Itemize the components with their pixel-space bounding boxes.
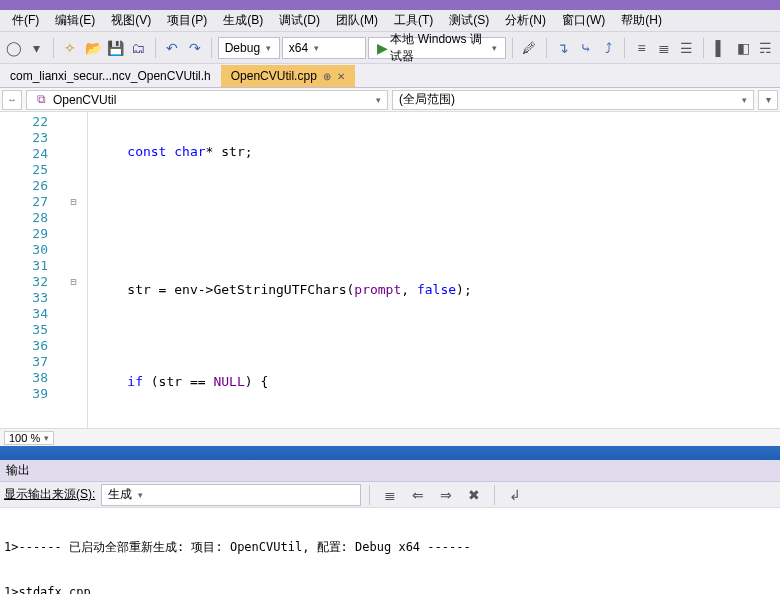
code-area[interactable]: const char* str; str = env->GetStringUTF…	[88, 112, 780, 428]
output-toolbar: 显示输出来源(S): 生成▾ ≣ ⇐ ⇒ ✖ ↲	[0, 482, 780, 508]
separator	[53, 38, 54, 58]
separator	[546, 38, 547, 58]
play-icon: ▶	[377, 40, 388, 56]
solution-config-combo[interactable]: Debug▾	[218, 37, 280, 59]
line-number: 23	[0, 130, 60, 146]
tab-label: com_lianxi_secur...ncv_OpenCVUtil.h	[10, 69, 211, 83]
menu-view[interactable]: 视图(V)	[103, 10, 159, 31]
output-line: 1>stdafx.cpp	[4, 585, 776, 594]
output-title: 输出	[6, 462, 30, 479]
separator	[155, 38, 156, 58]
document-tabs: com_lianxi_secur...ncv_OpenCVUtil.h Open…	[0, 64, 780, 88]
collapse-icon[interactable]: ⊟	[60, 194, 87, 210]
menu-tools[interactable]: 工具(T)	[386, 10, 441, 31]
output-next-button[interactable]: ⇒	[434, 483, 458, 507]
save-all-button[interactable]: 🗂	[128, 36, 149, 60]
nav-back-button[interactable]: ◯	[4, 36, 25, 60]
output-goto-button[interactable]: ≣	[378, 483, 402, 507]
start-debug-button[interactable]: ▶本地 Windows 调试器▾	[368, 37, 506, 59]
line-number: 25	[0, 162, 60, 178]
output-text[interactable]: 1>------ 已启动全部重新生成: 项目: OpenCVUtil, 配置: …	[0, 508, 780, 594]
undo-button[interactable]: ↶	[162, 36, 183, 60]
tool-icon[interactable]: ☰	[677, 36, 698, 60]
redo-button[interactable]: ↷	[184, 36, 205, 60]
code-editor[interactable]: 22 23 24 25 26 27 28 29 30 31 32 33 34 3…	[0, 112, 780, 428]
chevron-down-icon: ▾	[314, 43, 319, 53]
line-number: 31	[0, 258, 60, 274]
config-value: Debug	[225, 41, 260, 55]
separator	[211, 38, 212, 58]
line-number: 30	[0, 242, 60, 258]
tab-header-file[interactable]: com_lianxi_secur...ncv_OpenCVUtil.h	[0, 65, 221, 87]
chevron-down-icon: ▾	[266, 43, 271, 53]
separator	[494, 485, 495, 505]
menu-build[interactable]: 生成(B)	[215, 10, 271, 31]
chevron-down-icon: ▾	[138, 490, 143, 500]
tab-label: OpenCVUtil.cpp	[231, 69, 317, 83]
line-number: 28	[0, 210, 60, 226]
output-wrap-button[interactable]: ↲	[503, 483, 527, 507]
step-over-button[interactable]: ⤷	[575, 36, 596, 60]
zoom-combo[interactable]: 100 %▾	[4, 431, 54, 445]
debugger-label: 本地 Windows 调试器	[390, 31, 486, 65]
line-number: 26	[0, 178, 60, 194]
close-icon[interactable]: ✕	[337, 71, 345, 82]
output-prev-button[interactable]: ⇐	[406, 483, 430, 507]
open-file-button[interactable]: 📂	[83, 36, 104, 60]
collapse-icon[interactable]: ⊟	[60, 274, 87, 290]
separator	[512, 38, 513, 58]
line-number: 24	[0, 146, 60, 162]
tool-icon[interactable]: ▌	[710, 36, 731, 60]
line-number: 27	[0, 194, 60, 210]
menu-bar: 件(F) 编辑(E) 视图(V) 项目(P) 生成(B) 调试(D) 团队(M)…	[0, 10, 780, 32]
output-source-combo[interactable]: 生成▾	[101, 484, 361, 506]
splitter-bar[interactable]	[0, 446, 780, 460]
nav-fwd-button[interactable]: ▾	[27, 36, 48, 60]
tool-icon[interactable]: ≡	[631, 36, 652, 60]
tool-icon[interactable]: ☴	[755, 36, 776, 60]
line-number: 33	[0, 290, 60, 306]
menu-edit[interactable]: 编辑(E)	[47, 10, 103, 31]
line-number: 34	[0, 306, 60, 322]
chevron-down-icon: ▾	[376, 95, 381, 105]
output-line: 1>------ 已启动全部重新生成: 项目: OpenCVUtil, 配置: …	[4, 540, 776, 555]
member-combo[interactable]: (全局范围)▾	[392, 90, 754, 110]
line-number: 37	[0, 354, 60, 370]
output-clear-button[interactable]: ✖	[462, 483, 486, 507]
pin-icon[interactable]: ⊕	[323, 71, 331, 82]
menu-window[interactable]: 窗口(W)	[554, 10, 613, 31]
line-number: 35	[0, 322, 60, 338]
separator	[703, 38, 704, 58]
save-button[interactable]: 💾	[105, 36, 126, 60]
outline-margin: ⊟ ⊟	[60, 112, 88, 428]
zoom-value: 100 %	[9, 432, 40, 444]
class-icon: ⧉	[33, 92, 49, 108]
menu-debug[interactable]: 调试(D)	[271, 10, 328, 31]
output-source-label: 显示输出来源(S):	[4, 486, 95, 503]
solution-platform-combo[interactable]: x64▾	[282, 37, 367, 59]
step-into-button[interactable]: ↴	[553, 36, 574, 60]
menu-help[interactable]: 帮助(H)	[613, 10, 670, 31]
new-project-button[interactable]: ✧	[60, 36, 81, 60]
platform-value: x64	[289, 41, 308, 55]
output-source-value: 生成	[108, 486, 132, 503]
main-toolbar: ◯ ▾ ✧ 📂 💾 🗂 ↶ ↷ Debug▾ x64▾ ▶本地 Windows …	[0, 32, 780, 64]
line-number: 36	[0, 338, 60, 354]
step-out-button[interactable]: ⤴	[598, 36, 619, 60]
line-number: 22	[0, 114, 60, 130]
tab-cpp-file[interactable]: OpenCVUtil.cpp⊕✕	[221, 65, 355, 87]
chevron-down-icon: ▾	[742, 95, 747, 105]
menu-analyze[interactable]: 分析(N)	[497, 10, 554, 31]
menu-project[interactable]: 项目(P)	[159, 10, 215, 31]
nav-split-button[interactable]: ▾	[758, 90, 778, 110]
output-panel-header: 输出	[0, 460, 780, 482]
tool-icon[interactable]: 🖉	[519, 36, 540, 60]
menu-test[interactable]: 测试(S)	[441, 10, 497, 31]
tool-icon[interactable]: ◧	[733, 36, 754, 60]
menu-file[interactable]: 件(F)	[4, 10, 47, 31]
tool-icon[interactable]: ≣	[654, 36, 675, 60]
menu-team[interactable]: 团队(M)	[328, 10, 386, 31]
line-number: 38	[0, 370, 60, 386]
nav-left-button[interactable]: ↔	[2, 90, 22, 110]
class-combo[interactable]: ⧉OpenCVUtil▾	[26, 90, 388, 110]
